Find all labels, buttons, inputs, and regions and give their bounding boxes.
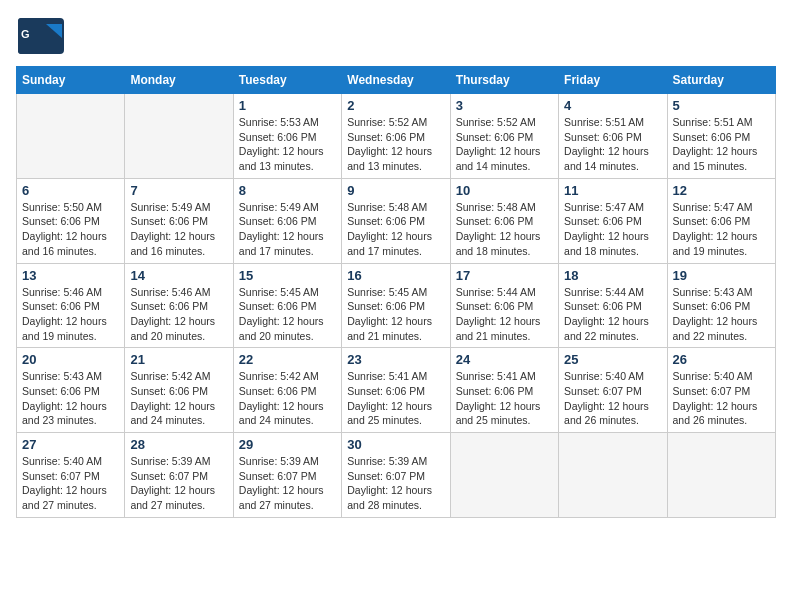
calendar-day-cell: 30Sunrise: 5:39 AM Sunset: 6:07 PM Dayli… <box>342 433 450 518</box>
calendar-day-cell <box>667 433 775 518</box>
calendar-day-cell: 15Sunrise: 5:45 AM Sunset: 6:06 PM Dayli… <box>233 263 341 348</box>
calendar-day-cell <box>450 433 558 518</box>
calendar-day-cell <box>125 94 233 179</box>
day-number: 25 <box>564 352 661 367</box>
calendar-day-cell: 6Sunrise: 5:50 AM Sunset: 6:06 PM Daylig… <box>17 178 125 263</box>
day-info: Sunrise: 5:48 AM Sunset: 6:06 PM Dayligh… <box>456 200 553 259</box>
day-info: Sunrise: 5:42 AM Sunset: 6:06 PM Dayligh… <box>239 369 336 428</box>
calendar-day-cell: 2Sunrise: 5:52 AM Sunset: 6:06 PM Daylig… <box>342 94 450 179</box>
day-number: 6 <box>22 183 119 198</box>
calendar-day-cell <box>17 94 125 179</box>
calendar-day-cell: 7Sunrise: 5:49 AM Sunset: 6:06 PM Daylig… <box>125 178 233 263</box>
day-number: 9 <box>347 183 444 198</box>
day-info: Sunrise: 5:40 AM Sunset: 6:07 PM Dayligh… <box>673 369 770 428</box>
day-info: Sunrise: 5:44 AM Sunset: 6:06 PM Dayligh… <box>564 285 661 344</box>
calendar-day-cell: 18Sunrise: 5:44 AM Sunset: 6:06 PM Dayli… <box>559 263 667 348</box>
calendar-day-cell <box>559 433 667 518</box>
calendar-week-row: 13Sunrise: 5:46 AM Sunset: 6:06 PM Dayli… <box>17 263 776 348</box>
day-info: Sunrise: 5:51 AM Sunset: 6:06 PM Dayligh… <box>564 115 661 174</box>
calendar-day-cell: 1Sunrise: 5:53 AM Sunset: 6:06 PM Daylig… <box>233 94 341 179</box>
svg-text:G: G <box>21 28 30 40</box>
day-info: Sunrise: 5:52 AM Sunset: 6:06 PM Dayligh… <box>456 115 553 174</box>
day-number: 22 <box>239 352 336 367</box>
day-info: Sunrise: 5:47 AM Sunset: 6:06 PM Dayligh… <box>673 200 770 259</box>
day-number: 3 <box>456 98 553 113</box>
day-info: Sunrise: 5:49 AM Sunset: 6:06 PM Dayligh… <box>130 200 227 259</box>
day-number: 24 <box>456 352 553 367</box>
day-number: 1 <box>239 98 336 113</box>
day-number: 10 <box>456 183 553 198</box>
calendar-day-cell: 10Sunrise: 5:48 AM Sunset: 6:06 PM Dayli… <box>450 178 558 263</box>
calendar-day-cell: 8Sunrise: 5:49 AM Sunset: 6:06 PM Daylig… <box>233 178 341 263</box>
calendar-day-cell: 5Sunrise: 5:51 AM Sunset: 6:06 PM Daylig… <box>667 94 775 179</box>
calendar-day-cell: 28Sunrise: 5:39 AM Sunset: 6:07 PM Dayli… <box>125 433 233 518</box>
day-info: Sunrise: 5:47 AM Sunset: 6:06 PM Dayligh… <box>564 200 661 259</box>
day-number: 15 <box>239 268 336 283</box>
page-header: G <box>16 16 776 56</box>
day-info: Sunrise: 5:41 AM Sunset: 6:06 PM Dayligh… <box>347 369 444 428</box>
calendar-day-cell: 9Sunrise: 5:48 AM Sunset: 6:06 PM Daylig… <box>342 178 450 263</box>
day-of-week-header: Monday <box>125 67 233 94</box>
calendar-body: 1Sunrise: 5:53 AM Sunset: 6:06 PM Daylig… <box>17 94 776 518</box>
day-number: 13 <box>22 268 119 283</box>
day-number: 27 <box>22 437 119 452</box>
calendar-week-row: 27Sunrise: 5:40 AM Sunset: 6:07 PM Dayli… <box>17 433 776 518</box>
calendar-week-row: 1Sunrise: 5:53 AM Sunset: 6:06 PM Daylig… <box>17 94 776 179</box>
day-number: 11 <box>564 183 661 198</box>
day-info: Sunrise: 5:51 AM Sunset: 6:06 PM Dayligh… <box>673 115 770 174</box>
day-info: Sunrise: 5:45 AM Sunset: 6:06 PM Dayligh… <box>347 285 444 344</box>
day-number: 2 <box>347 98 444 113</box>
logo-icon: G <box>16 16 66 56</box>
day-number: 18 <box>564 268 661 283</box>
calendar-day-cell: 21Sunrise: 5:42 AM Sunset: 6:06 PM Dayli… <box>125 348 233 433</box>
calendar-day-cell: 23Sunrise: 5:41 AM Sunset: 6:06 PM Dayli… <box>342 348 450 433</box>
calendar-day-cell: 19Sunrise: 5:43 AM Sunset: 6:06 PM Dayli… <box>667 263 775 348</box>
day-info: Sunrise: 5:45 AM Sunset: 6:06 PM Dayligh… <box>239 285 336 344</box>
calendar-day-cell: 4Sunrise: 5:51 AM Sunset: 6:06 PM Daylig… <box>559 94 667 179</box>
day-info: Sunrise: 5:44 AM Sunset: 6:06 PM Dayligh… <box>456 285 553 344</box>
day-number: 7 <box>130 183 227 198</box>
day-info: Sunrise: 5:41 AM Sunset: 6:06 PM Dayligh… <box>456 369 553 428</box>
day-number: 23 <box>347 352 444 367</box>
day-of-week-header: Sunday <box>17 67 125 94</box>
calendar-day-cell: 27Sunrise: 5:40 AM Sunset: 6:07 PM Dayli… <box>17 433 125 518</box>
day-of-week-header: Tuesday <box>233 67 341 94</box>
day-info: Sunrise: 5:39 AM Sunset: 6:07 PM Dayligh… <box>347 454 444 513</box>
calendar-day-cell: 14Sunrise: 5:46 AM Sunset: 6:06 PM Dayli… <box>125 263 233 348</box>
calendar-day-cell: 11Sunrise: 5:47 AM Sunset: 6:06 PM Dayli… <box>559 178 667 263</box>
day-info: Sunrise: 5:40 AM Sunset: 6:07 PM Dayligh… <box>564 369 661 428</box>
day-info: Sunrise: 5:42 AM Sunset: 6:06 PM Dayligh… <box>130 369 227 428</box>
calendar-week-row: 20Sunrise: 5:43 AM Sunset: 6:06 PM Dayli… <box>17 348 776 433</box>
day-of-week-header: Wednesday <box>342 67 450 94</box>
day-info: Sunrise: 5:49 AM Sunset: 6:06 PM Dayligh… <box>239 200 336 259</box>
day-number: 21 <box>130 352 227 367</box>
day-info: Sunrise: 5:48 AM Sunset: 6:06 PM Dayligh… <box>347 200 444 259</box>
calendar-day-cell: 25Sunrise: 5:40 AM Sunset: 6:07 PM Dayli… <box>559 348 667 433</box>
day-number: 4 <box>564 98 661 113</box>
day-number: 20 <box>22 352 119 367</box>
calendar-header: SundayMondayTuesdayWednesdayThursdayFrid… <box>17 67 776 94</box>
calendar-week-row: 6Sunrise: 5:50 AM Sunset: 6:06 PM Daylig… <box>17 178 776 263</box>
day-info: Sunrise: 5:39 AM Sunset: 6:07 PM Dayligh… <box>239 454 336 513</box>
day-number: 12 <box>673 183 770 198</box>
day-number: 5 <box>673 98 770 113</box>
calendar-table: SundayMondayTuesdayWednesdayThursdayFrid… <box>16 66 776 518</box>
calendar-day-cell: 22Sunrise: 5:42 AM Sunset: 6:06 PM Dayli… <box>233 348 341 433</box>
days-of-week-row: SundayMondayTuesdayWednesdayThursdayFrid… <box>17 67 776 94</box>
day-info: Sunrise: 5:50 AM Sunset: 6:06 PM Dayligh… <box>22 200 119 259</box>
calendar-day-cell: 16Sunrise: 5:45 AM Sunset: 6:06 PM Dayli… <box>342 263 450 348</box>
day-info: Sunrise: 5:43 AM Sunset: 6:06 PM Dayligh… <box>22 369 119 428</box>
calendar-day-cell: 29Sunrise: 5:39 AM Sunset: 6:07 PM Dayli… <box>233 433 341 518</box>
logo: G <box>16 16 70 56</box>
day-info: Sunrise: 5:43 AM Sunset: 6:06 PM Dayligh… <box>673 285 770 344</box>
day-info: Sunrise: 5:39 AM Sunset: 6:07 PM Dayligh… <box>130 454 227 513</box>
calendar-day-cell: 20Sunrise: 5:43 AM Sunset: 6:06 PM Dayli… <box>17 348 125 433</box>
calendar-day-cell: 17Sunrise: 5:44 AM Sunset: 6:06 PM Dayli… <box>450 263 558 348</box>
day-number: 30 <box>347 437 444 452</box>
day-info: Sunrise: 5:40 AM Sunset: 6:07 PM Dayligh… <box>22 454 119 513</box>
day-number: 29 <box>239 437 336 452</box>
calendar-day-cell: 13Sunrise: 5:46 AM Sunset: 6:06 PM Dayli… <box>17 263 125 348</box>
day-number: 16 <box>347 268 444 283</box>
day-info: Sunrise: 5:46 AM Sunset: 6:06 PM Dayligh… <box>130 285 227 344</box>
calendar-day-cell: 12Sunrise: 5:47 AM Sunset: 6:06 PM Dayli… <box>667 178 775 263</box>
